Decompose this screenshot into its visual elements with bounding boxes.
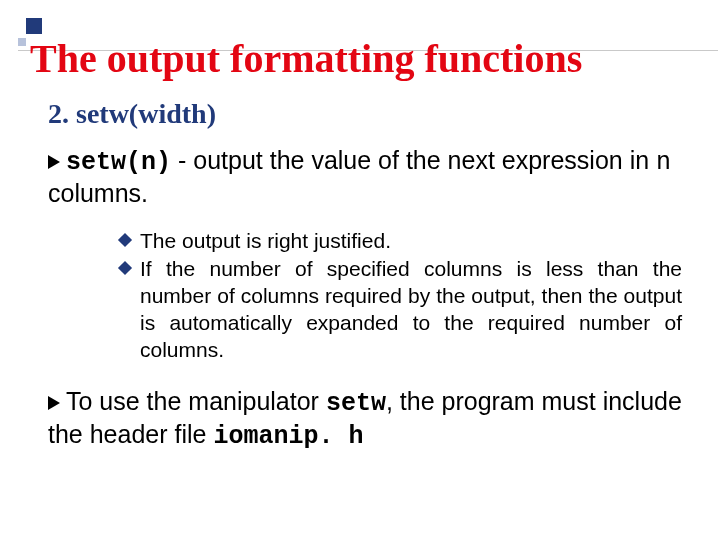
list-item: If the number of specified columns is le… — [120, 256, 682, 364]
slide-body: setw(n) - output the value of the next e… — [48, 145, 690, 452]
section-subhead: 2. setw(width) — [48, 98, 216, 130]
code-iomanip-h: iomanip. h — [213, 422, 363, 451]
sub-item-b: If the number of specified columns is le… — [140, 256, 682, 364]
triangle-bullet-icon — [48, 396, 60, 410]
p1-text-end: columns. — [48, 179, 148, 207]
code-setw: setw — [326, 389, 386, 418]
diamond-bullet-icon — [118, 232, 132, 246]
diamond-bullet-icon — [118, 261, 132, 275]
list-item: The output is right justified. — [120, 228, 682, 255]
p1-text-mid: - output the value of the next expressio… — [171, 146, 656, 174]
sub-bullet-list: The output is right justified. If the nu… — [120, 228, 682, 364]
sub-item-a: The output is right justified. — [140, 228, 682, 255]
slide-title: The output formatting functions — [30, 30, 700, 80]
slide: The output formatting functions 2. setw(… — [0, 0, 720, 540]
deco-square-small — [18, 38, 26, 46]
code-setw-n: setw(n) — [66, 148, 171, 177]
triangle-bullet-icon — [48, 155, 60, 169]
paragraph-1: setw(n) - output the value of the next e… — [48, 145, 690, 210]
code-n: n — [656, 148, 671, 177]
p2-text-a: To use the manipulator — [66, 387, 326, 415]
paragraph-2: To use the manipulator setw, the program… — [48, 386, 690, 453]
